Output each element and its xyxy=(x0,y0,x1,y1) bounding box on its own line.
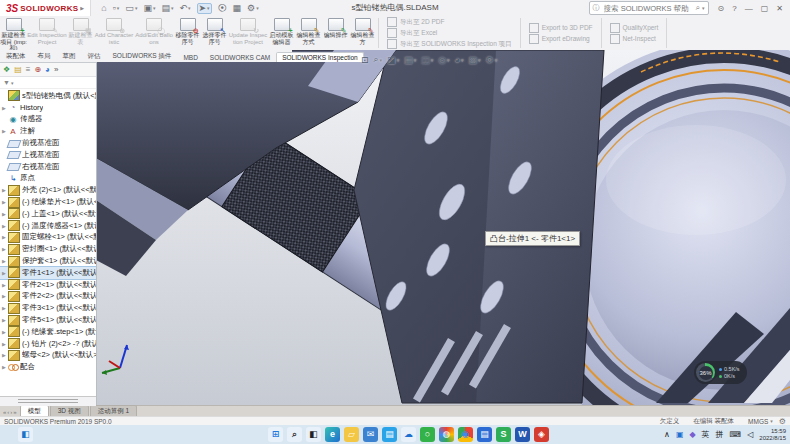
feature-tree-row[interactable]: ▶ (-) 上盖<1> (默认<<默认>_显示状 xyxy=(0,208,96,220)
feature-tree-row[interactable]: ▶ 零件5<1> (默认<<默认>_显示状态 xyxy=(0,314,96,326)
search-caret-icon[interactable]: ▾ xyxy=(702,5,705,11)
ribbon-button[interactable]: + 新建检查项目 (imp:和) xyxy=(0,16,27,50)
quick-access-button[interactable]: ▤ ▾ xyxy=(161,4,173,13)
solidworks-logo[interactable]: 3S SOLIDWORKS ▶ xyxy=(0,0,91,16)
quick-access-button[interactable]: ➤ ▾ xyxy=(197,3,212,14)
command-tab[interactable]: 评估 xyxy=(82,50,107,62)
ribbon-button[interactable]: ▦ 新建检查表 xyxy=(67,16,94,50)
command-tab[interactable]: SOLIDWORKS Inspection xyxy=(276,52,364,62)
tab-nav-arrow-icon[interactable]: « xyxy=(3,409,6,415)
export-menu-item[interactable]: Export eDrawing xyxy=(529,34,593,44)
window-control-button[interactable]: ✕ xyxy=(773,4,786,13)
feature-tree-row[interactable]: ▶ 螺母<2> (默认<<默认>_显示状态 xyxy=(0,350,96,362)
taskbar-app-icon[interactable]: ☁ xyxy=(401,427,416,442)
tray-icon[interactable]: ▣ xyxy=(676,430,684,439)
feature-tree-row[interactable]: ▶ 零件2<2> (默认<<默认>_显示状态 xyxy=(0,291,96,303)
taskbar-app-icon[interactable]: ⊞ xyxy=(268,427,283,442)
feature-tree-row[interactable]: ▶ A 注解 xyxy=(0,125,96,137)
feature-tree-row[interactable]: ◉ 传感器 xyxy=(0,114,96,126)
ribbon-button[interactable]: ✎ 编辑检查方 xyxy=(349,16,376,50)
dropdown-caret-icon[interactable]: ▾ xyxy=(447,57,450,63)
command-tab[interactable]: SOLIDWORKS 插件 xyxy=(107,50,178,62)
taskbar-app-icon[interactable]: ▤ xyxy=(477,427,492,442)
ribbon-button[interactable]: ↖ 选择零件序号 xyxy=(201,16,228,50)
quick-access-button[interactable]: ▭ ▾ xyxy=(125,4,137,13)
window-control-button[interactable]: ? xyxy=(729,4,739,13)
taskbar-app-icon[interactable]: ▱ xyxy=(344,427,359,442)
feature-tree-row[interactable]: 前视基准面 xyxy=(0,137,96,149)
feature-tree-row[interactable]: ▶ (-) 温度传感器<1> (默认<<默认>_ xyxy=(0,220,96,232)
taskbar-app-icon[interactable]: ◍ xyxy=(439,427,454,442)
dropdown-caret-icon[interactable]: ▾ xyxy=(478,57,481,63)
feature-tree-row[interactable]: ▶ 零件2<1> (默认<<默认>_显示状态 xyxy=(0,279,96,291)
dropdown-caret-icon[interactable]: ▾ xyxy=(153,6,156,11)
dropdown-caret-icon[interactable]: ▾ xyxy=(461,57,464,63)
hud-button[interactable]: ◎ ▾ xyxy=(438,55,449,65)
tray-icon[interactable]: 英 xyxy=(702,429,710,440)
filter-funnel-icon[interactable]: ▼ xyxy=(3,79,10,86)
feature-tree-row[interactable]: ▶ 配合 xyxy=(0,361,96,373)
dropdown-caret-icon[interactable]: ▾ xyxy=(171,6,174,11)
help-search-box[interactable]: ⓘ ⌕ ▾ xyxy=(589,1,709,15)
search-icon[interactable]: ⌕ xyxy=(696,3,700,13)
hud-button[interactable]: ⊡ xyxy=(361,55,369,65)
tab-nav-arrow-icon[interactable]: › xyxy=(10,409,12,415)
manager-tab-icon[interactable]: ≡ xyxy=(26,66,31,74)
dropdown-caret-icon[interactable]: ▾ xyxy=(117,6,120,11)
dropdown-caret-icon[interactable]: ▾ xyxy=(188,6,191,11)
ribbon-button[interactable]: ◯ Add/Edit Balloons xyxy=(134,16,174,50)
window-control-button[interactable]: ⊙ xyxy=(715,4,728,13)
quick-access-button[interactable]: ⦿ xyxy=(218,4,227,13)
taskbar-clock[interactable]: 15:59 2022/8/15 xyxy=(759,428,786,442)
taskbar-app-icon[interactable]: ▤ xyxy=(382,427,397,442)
ribbon-button[interactable]: ⊕ Add Characteristic xyxy=(94,16,134,50)
quick-access-button[interactable]: ⚙ ▾ xyxy=(247,4,259,13)
hud-button[interactable]: ▦ ▾ xyxy=(404,55,416,65)
feature-tree-row[interactable]: ▶ (-) 绝缘垫片<1> (默认<<默认>_显 xyxy=(0,196,96,208)
quick-access-button[interactable]: ⌂ xyxy=(101,4,106,13)
feature-tree-row[interactable]: 上视基准面 xyxy=(0,149,96,161)
taskbar-app-icon[interactable]: ◧ xyxy=(306,427,321,442)
widgets-icon[interactable]: ◧ xyxy=(18,427,33,442)
status-item[interactable]: MMGS ▾ xyxy=(748,418,773,425)
tray-icon[interactable]: ◆ xyxy=(689,430,695,439)
taskbar-app-icon[interactable]: ⌕ xyxy=(287,427,302,442)
window-control-button[interactable]: ▢ xyxy=(758,4,772,13)
search-input[interactable] xyxy=(602,3,694,14)
hud-button[interactable]: ◕ ▾ xyxy=(455,55,464,65)
filter-caret-icon[interactable]: ▾ xyxy=(11,80,14,86)
dropdown-caret-icon[interactable]: ▾ xyxy=(207,6,210,11)
panel-resize-grip[interactable] xyxy=(0,396,96,406)
tree-filter-row[interactable]: ▼ ▾ xyxy=(0,77,96,89)
manager-tab-icon[interactable]: ▤ xyxy=(14,66,22,74)
quick-access-button[interactable]: ▦ xyxy=(233,4,242,13)
command-tab[interactable]: 布局 xyxy=(32,50,57,62)
manager-tab-icon[interactable]: ⊕ xyxy=(34,66,41,74)
dropdown-caret-icon[interactable]: ▾ xyxy=(414,57,417,63)
ribbon-button[interactable]: + 启动模板编辑器 xyxy=(268,16,295,50)
ribbon-button[interactable]: ✎ 编辑操作 xyxy=(322,16,349,50)
housing-block-part[interactable] xyxy=(354,50,604,403)
feature-tree-row[interactable]: ▶ 保护套<1> (默认<<默认>_显示状态 xyxy=(0,255,96,267)
manager-tab-icon[interactable]: » xyxy=(54,66,58,74)
quick-access-button[interactable]: ↶ ▾ xyxy=(179,4,190,13)
tab-nav-arrow-icon[interactable]: ‹ xyxy=(7,409,9,415)
feature-tree-row[interactable]: 右视基准面 xyxy=(0,161,96,173)
taskbar-app-icon[interactable]: ✉ xyxy=(363,427,378,442)
ribbon-button[interactable]: ↻ Update Inspection Project xyxy=(228,16,268,50)
tray-icon[interactable]: ∧ xyxy=(664,430,670,439)
command-tab[interactable]: MBD xyxy=(177,52,203,62)
command-tab[interactable]: 草图 xyxy=(57,50,82,62)
feature-tree-row[interactable]: ▶ 零件1<1> (默认<<默认>_显示状态 xyxy=(0,267,96,279)
feature-tree-row[interactable]: s型铂铑热电偶 (默认<默认_显示状态-1 xyxy=(0,90,96,102)
feature-tree-row[interactable]: ▶ (-) 绝缘套.step<1> (默认<<默认> xyxy=(0,326,96,338)
dropdown-caret-icon[interactable]: ▾ xyxy=(770,418,773,424)
hud-button[interactable]: ◫ ▾ xyxy=(421,55,433,65)
manager-tab-icon[interactable]: ◕ xyxy=(45,66,50,74)
dropdown-caret-icon[interactable]: ▾ xyxy=(256,6,259,11)
quick-access-button[interactable]: ▣ ▾ xyxy=(143,4,155,13)
export-menu-item[interactable]: Export to 3D PDF xyxy=(529,23,593,33)
ribbon-button[interactable]: ✎ 编辑检查方式 xyxy=(295,16,322,50)
export-menu-item[interactable]: Net-Inspect xyxy=(610,34,659,44)
quick-access-button[interactable]: ▫ ▾ xyxy=(113,4,120,13)
